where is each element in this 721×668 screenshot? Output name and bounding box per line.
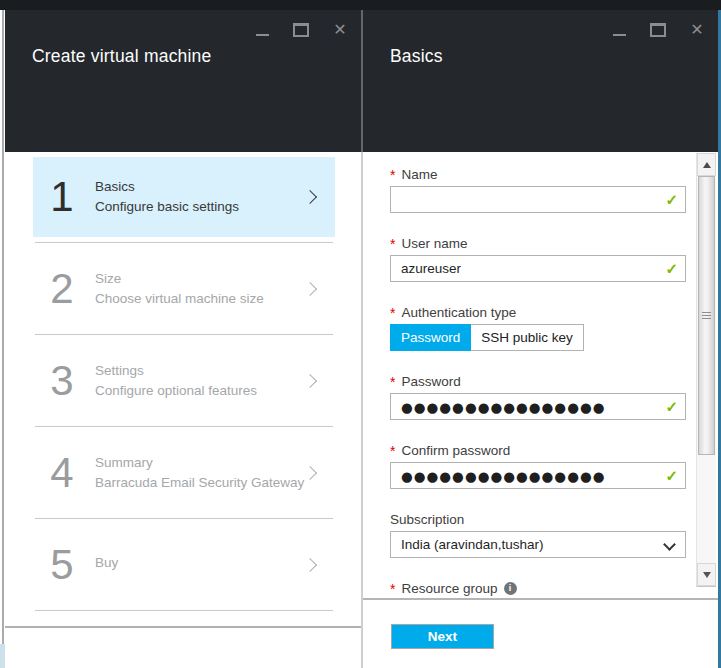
required-asterisk: * xyxy=(390,236,395,252)
step-item-settings[interactable]: 3 Settings Configure optional features xyxy=(33,341,335,421)
subscription-select[interactable]: India (aravindan,tushar) xyxy=(390,531,686,558)
close-icon[interactable]: ✕ xyxy=(689,22,705,38)
chevron-right-icon xyxy=(303,282,317,296)
left-blade-footer xyxy=(5,626,361,668)
step-separator xyxy=(35,518,333,519)
azure-create-vm-window: Create virtual machine ✕ 1 Basics Config… xyxy=(0,0,721,668)
check-icon: ✓ xyxy=(665,398,678,416)
right-blade-header: Basics ✕ xyxy=(363,10,718,152)
resource-group-label: * Resource group i xyxy=(390,579,686,597)
step-number: 1 xyxy=(33,176,91,218)
chevron-down-icon xyxy=(663,538,676,551)
basics-form-scrollregion: * Name ✓ * User name azureuser xyxy=(363,152,718,598)
field-resource-group: * Resource group i Create new Use existi… xyxy=(390,579,686,598)
chevron-right-icon xyxy=(303,374,317,388)
step-title: Buy xyxy=(95,555,305,572)
scrollbar-thumb[interactable] xyxy=(698,176,715,455)
close-icon[interactable]: ✕ xyxy=(332,22,348,38)
minimize-icon[interactable] xyxy=(611,22,627,38)
step-title: Size xyxy=(95,271,305,288)
required-asterisk: * xyxy=(390,374,395,390)
name-input[interactable]: ✓ xyxy=(390,186,686,213)
step-separator xyxy=(35,610,333,611)
field-password: * Password ●●●●●●●●●●●●●●●● ✓ xyxy=(390,372,686,420)
blade-basics: Basics ✕ * Name ✓ xyxy=(363,10,718,668)
user-name-input[interactable]: azureuser ✓ xyxy=(390,255,686,282)
step-subtitle: Choose virtual machine size xyxy=(95,291,305,308)
chevron-right-icon xyxy=(303,190,317,204)
required-asterisk: * xyxy=(390,167,395,183)
wizard-steps-list: 1 Basics Configure basic settings 2 Size… xyxy=(5,152,361,626)
right-blade-title: Basics xyxy=(390,46,443,67)
name-label: * Name xyxy=(390,165,686,183)
check-icon: ✓ xyxy=(665,467,678,485)
info-icon[interactable]: i xyxy=(504,582,517,595)
chevron-right-icon xyxy=(303,558,317,572)
basics-form: * Name ✓ * User name azureuser xyxy=(363,152,686,598)
field-authentication-type: * Authentication type Password SSH publi… xyxy=(390,303,686,351)
confirm-password-input[interactable]: ●●●●●●●●●●●●●●●● ✓ xyxy=(390,462,686,489)
window-left-border-accent xyxy=(0,644,5,668)
subscription-label: Subscription xyxy=(390,510,686,528)
password-label: * Password xyxy=(390,372,686,390)
auth-option-ssh-public-key[interactable]: SSH public key xyxy=(471,324,584,351)
check-icon: ✓ xyxy=(665,191,678,209)
field-confirm-password: * Confirm password ●●●●●●●●●●●●●●●● ✓ xyxy=(390,441,686,489)
step-item-size[interactable]: 2 Size Choose virtual machine size xyxy=(33,249,335,329)
step-number: 3 xyxy=(33,360,91,402)
step-title: Basics xyxy=(95,179,305,196)
field-name: * Name ✓ xyxy=(390,165,686,213)
maximize-icon[interactable] xyxy=(650,22,666,38)
left-blade-header: Create virtual machine ✕ xyxy=(5,10,361,152)
step-item-summary[interactable]: 4 Summary Barracuda Email Security Gatew… xyxy=(33,433,335,513)
scroll-up-arrow-icon[interactable] xyxy=(697,153,716,176)
step-separator xyxy=(35,242,333,243)
left-window-controls: ✕ xyxy=(254,22,348,38)
step-title: Settings xyxy=(95,363,305,380)
required-asterisk: * xyxy=(390,443,395,459)
right-window-controls: ✕ xyxy=(611,22,705,38)
step-number: 2 xyxy=(33,268,91,310)
minimize-icon[interactable] xyxy=(254,22,270,38)
user-name-label: * User name xyxy=(390,234,686,252)
auth-option-password[interactable]: Password xyxy=(390,324,471,351)
blade-create-vm: Create virtual machine ✕ 1 Basics Config… xyxy=(5,10,361,668)
step-separator xyxy=(35,334,333,335)
step-subtitle: Configure basic settings xyxy=(95,199,305,216)
window-left-border xyxy=(2,10,4,644)
step-number: 5 xyxy=(33,544,91,586)
step-number: 4 xyxy=(33,452,91,494)
vertical-scrollbar[interactable] xyxy=(696,153,716,587)
password-input[interactable]: ●●●●●●●●●●●●●●●● ✓ xyxy=(390,393,686,420)
authentication-type-label: * Authentication type xyxy=(390,303,686,321)
chevron-right-icon xyxy=(303,466,317,480)
field-subscription: Subscription India (aravindan,tushar) xyxy=(390,510,686,558)
step-separator xyxy=(35,426,333,427)
scroll-down-arrow-icon[interactable] xyxy=(697,563,716,586)
next-button[interactable]: Next xyxy=(391,624,494,649)
check-icon: ✓ xyxy=(665,260,678,278)
step-item-basics[interactable]: 1 Basics Configure basic settings xyxy=(33,157,335,237)
right-blade-footer: Next xyxy=(363,598,718,668)
scrollbar-grip-icon xyxy=(702,312,711,319)
window-top-strip xyxy=(0,0,721,10)
step-title: Summary xyxy=(95,455,305,472)
field-user-name: * User name azureuser ✓ xyxy=(390,234,686,282)
maximize-icon[interactable] xyxy=(293,22,309,38)
step-item-buy[interactable]: 5 Buy xyxy=(33,525,335,605)
step-subtitle: Configure optional features xyxy=(95,383,305,400)
required-asterisk: * xyxy=(390,305,395,321)
authentication-type-toggle: Password SSH public key xyxy=(390,324,686,351)
step-subtitle: Barracuda Email Security Gateway xyxy=(95,475,305,492)
required-asterisk: * xyxy=(390,581,395,597)
left-blade-title: Create virtual machine xyxy=(32,46,211,67)
confirm-password-label: * Confirm password xyxy=(390,441,686,459)
